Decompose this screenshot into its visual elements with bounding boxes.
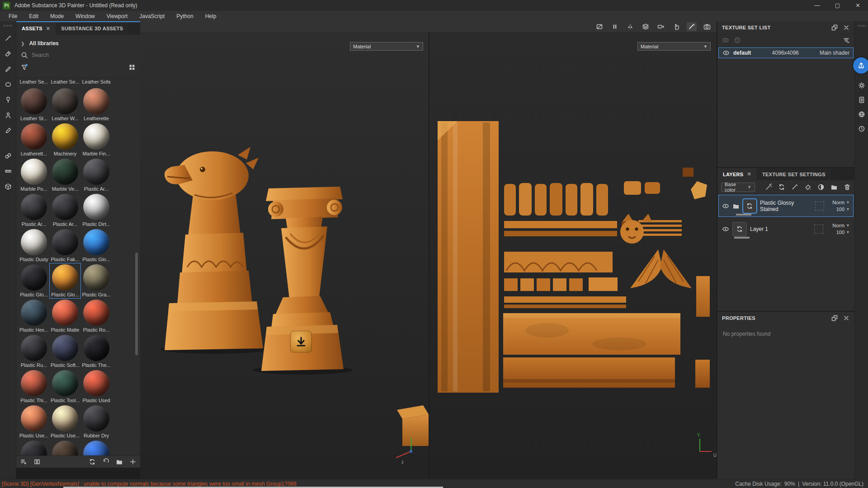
delete-layer-icon[interactable] xyxy=(844,183,851,191)
material-item[interactable]: Plastic Dusty xyxy=(19,229,48,262)
search-input[interactable] xyxy=(32,52,113,58)
material-item[interactable]: Plastic Thi... xyxy=(19,370,48,403)
material-picker-tool[interactable] xyxy=(3,125,14,136)
maximize-button[interactable]: ▢ xyxy=(827,0,848,11)
layer-row[interactable]: Plastic Glossy StainedNorm▼100▼ xyxy=(718,195,854,217)
add-fill-icon[interactable] xyxy=(804,183,811,191)
tab-texture-set-settings[interactable]: TEXTURE SET SETTINGS xyxy=(757,168,831,180)
minimize-button[interactable]: — xyxy=(807,0,827,11)
tab-assets[interactable]: ASSETS✕ xyxy=(16,22,56,35)
shading-mode-select-2d[interactable]: Material ▼ xyxy=(637,42,711,51)
list-view-icon[interactable] xyxy=(33,458,41,465)
blend-mode-select[interactable]: Norm▼ xyxy=(832,200,850,205)
shading-mode-select-3d[interactable]: Material ▼ xyxy=(350,42,423,51)
filter-funnel-icon[interactable] xyxy=(21,64,28,71)
material-item[interactable]: Rubber Dry xyxy=(82,405,111,438)
material-item[interactable]: Plastic Ar... xyxy=(51,194,80,227)
material-item[interactable]: Plastic Use... xyxy=(51,405,80,438)
symmetry-icon[interactable] xyxy=(625,22,635,31)
material-item[interactable]: Plastic Dirt... xyxy=(82,194,111,227)
menu-javascript[interactable]: JavaScript xyxy=(133,12,170,21)
menu-window[interactable]: Window xyxy=(70,12,101,21)
menu-help[interactable]: Help xyxy=(199,12,222,21)
smudge-tool[interactable] xyxy=(3,94,14,105)
tab-layers[interactable]: LAYERS✕ xyxy=(717,168,757,180)
close-tab-icon[interactable]: ✕ xyxy=(46,26,51,32)
share-export-button[interactable] xyxy=(853,57,868,74)
material-item[interactable]: Marble Po... xyxy=(19,159,48,192)
material-item[interactable]: Leatherett... xyxy=(19,123,48,156)
close-panel-icon[interactable] xyxy=(843,24,850,31)
shader-settings-icon[interactable] xyxy=(856,94,867,105)
add-mask-icon[interactable] xyxy=(817,183,825,191)
material-item[interactable]: Leather W... xyxy=(51,88,80,121)
toggle-visibility-icon[interactable] xyxy=(722,37,729,44)
visibility-eye-icon[interactable] xyxy=(722,225,729,233)
material-item[interactable]: Plastic Ru... xyxy=(19,335,48,368)
add-effect-icon[interactable] xyxy=(765,183,772,191)
camera-capture-icon[interactable] xyxy=(702,22,712,31)
material-item[interactable]: Plastic Glo... xyxy=(51,264,80,297)
float-panel-icon[interactable] xyxy=(831,314,838,322)
material-item[interactable]: Plastic Hex... xyxy=(19,300,48,333)
add-folder-icon[interactable] xyxy=(830,183,838,191)
material-item[interactable]: Plastic Use... xyxy=(19,405,48,438)
toolbar-drag-handle[interactable] xyxy=(4,25,13,27)
material-item[interactable]: Machinery xyxy=(51,123,80,156)
material-item[interactable]: Plastic The... xyxy=(82,335,111,368)
material-item[interactable]: Plastic Ar... xyxy=(19,194,48,227)
camera-video-icon[interactable] xyxy=(656,22,666,31)
channel-filter-select[interactable]: Base color ▼ xyxy=(721,183,755,192)
opacity-select[interactable]: 100▼ xyxy=(836,230,850,235)
eraser-tool[interactable] xyxy=(3,48,14,59)
material-item[interactable]: Plastic Used xyxy=(82,370,111,403)
geometry-tool[interactable] xyxy=(3,181,14,192)
material-item[interactable]: Plastic Matte xyxy=(51,300,80,333)
sync-assets-icon[interactable] xyxy=(89,458,96,465)
material-item[interactable]: Plastic Glo... xyxy=(19,264,48,297)
menu-viewport[interactable]: Viewport xyxy=(101,12,133,21)
rail-drag-handle[interactable] xyxy=(858,25,866,27)
material-item[interactable]: Plastic Ro... xyxy=(82,300,111,333)
layer-thumbnail[interactable] xyxy=(732,222,747,236)
material-item[interactable]: Plastic Soft... xyxy=(51,335,80,368)
close-button[interactable]: ✕ xyxy=(848,0,868,11)
layer-row[interactable]: Layer 1Norm▼100▼ xyxy=(718,218,854,240)
material-item[interactable]: Plastic Gra... xyxy=(82,264,111,297)
smart-materials-tool[interactable] xyxy=(3,150,14,161)
visibility-eye-icon[interactable] xyxy=(722,202,729,210)
material-item[interactable]: Plastic Fak... xyxy=(51,229,80,262)
sort-filter-icon[interactable] xyxy=(843,37,850,44)
menu-mode[interactable]: Mode xyxy=(44,12,70,21)
layer-stack-icon[interactable] xyxy=(641,22,651,31)
close-panel-icon[interactable] xyxy=(843,314,850,322)
library-row[interactable]: ❯ All libraries xyxy=(16,38,140,49)
material-item[interactable]: Marble Ve... xyxy=(51,159,80,192)
menu-file[interactable]: File xyxy=(3,12,23,21)
history-icon[interactable] xyxy=(856,123,867,134)
blend-mode-select[interactable]: Norm▼ xyxy=(832,223,850,228)
solo-icon[interactable] xyxy=(734,37,741,44)
saved-searches-icon[interactable] xyxy=(20,458,27,465)
viewer-settings-icon[interactable] xyxy=(856,109,867,120)
visibility-eye-icon[interactable] xyxy=(722,49,730,56)
new-shelf-icon[interactable] xyxy=(116,458,123,465)
assets-scrollbar[interactable] xyxy=(135,253,138,355)
clone-tool[interactable] xyxy=(3,110,14,121)
close-tab-icon[interactable]: ✕ xyxy=(747,171,751,177)
refresh-icon[interactable] xyxy=(102,458,109,465)
grid-view-icon[interactable] xyxy=(128,64,136,71)
material-item[interactable]: Leather St... xyxy=(19,88,48,121)
opacity-select[interactable]: 100▼ xyxy=(836,206,850,212)
paint-mode-icon[interactable] xyxy=(687,22,697,31)
material-item[interactable]: Plastic Glo... xyxy=(82,229,111,262)
float-panel-icon[interactable] xyxy=(831,24,838,31)
polygon-fill-tool[interactable] xyxy=(3,79,14,90)
paint-tool[interactable] xyxy=(3,33,14,44)
menu-python[interactable]: Python xyxy=(170,12,199,21)
menu-edit[interactable]: Edit xyxy=(23,12,44,21)
material-item[interactable]: Leatherette xyxy=(82,88,111,121)
add-paint-layer-icon[interactable] xyxy=(791,183,798,191)
display-settings-icon[interactable] xyxy=(856,80,867,91)
add-asset-icon[interactable] xyxy=(129,458,137,465)
